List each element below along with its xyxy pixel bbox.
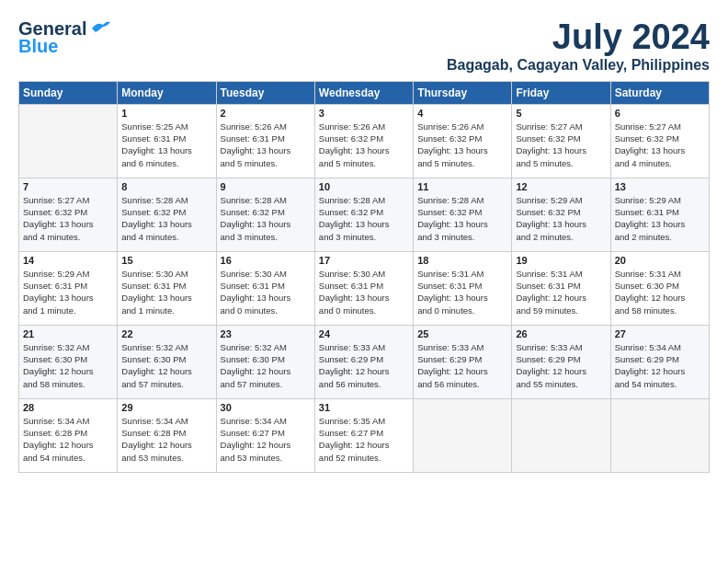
day-number: 24 <box>319 328 409 339</box>
calendar-cell: 14Sunrise: 5:29 AM Sunset: 6:31 PM Dayli… <box>19 251 118 325</box>
weekday-header: Saturday <box>610 81 709 104</box>
calendar-cell: 21Sunrise: 5:32 AM Sunset: 6:30 PM Dayli… <box>19 325 118 398</box>
calendar-cell <box>512 398 610 472</box>
calendar-cell: 17Sunrise: 5:30 AM Sunset: 6:31 PM Dayli… <box>314 251 413 325</box>
title-block: July 2024 Bagagab, Cagayan Valley, Phili… <box>447 18 710 74</box>
day-number: 23 <box>221 328 311 339</box>
day-number: 31 <box>319 402 409 413</box>
day-info: Sunrise: 5:29 AM Sunset: 6:31 PM Dayligh… <box>615 194 705 243</box>
day-info: Sunrise: 5:28 AM Sunset: 6:32 PM Dayligh… <box>221 194 311 243</box>
calendar-cell: 13Sunrise: 5:29 AM Sunset: 6:31 PM Dayli… <box>610 178 709 251</box>
day-number: 17 <box>319 255 409 266</box>
calendar-cell: 11Sunrise: 5:28 AM Sunset: 6:32 PM Dayli… <box>414 178 512 251</box>
calendar-cell: 22Sunrise: 5:32 AM Sunset: 6:30 PM Dayli… <box>118 325 216 398</box>
calendar-cell: 3Sunrise: 5:26 AM Sunset: 6:32 PM Daylig… <box>314 104 413 178</box>
day-number: 20 <box>615 255 705 266</box>
day-number: 9 <box>221 181 311 192</box>
day-info: Sunrise: 5:28 AM Sunset: 6:32 PM Dayligh… <box>121 194 211 243</box>
calendar-cell <box>19 104 118 178</box>
day-number: 28 <box>23 402 113 413</box>
calendar-cell: 15Sunrise: 5:30 AM Sunset: 6:31 PM Dayli… <box>118 251 216 325</box>
day-number: 14 <box>23 255 113 266</box>
weekday-header: Friday <box>512 81 610 104</box>
day-number: 3 <box>319 108 409 119</box>
calendar-cell: 2Sunrise: 5:26 AM Sunset: 6:31 PM Daylig… <box>216 104 314 178</box>
day-info: Sunrise: 5:26 AM Sunset: 6:32 PM Dayligh… <box>417 121 507 169</box>
day-info: Sunrise: 5:32 AM Sunset: 6:30 PM Dayligh… <box>121 341 211 390</box>
calendar-cell: 5Sunrise: 5:27 AM Sunset: 6:32 PM Daylig… <box>512 104 610 178</box>
day-info: Sunrise: 5:25 AM Sunset: 6:31 PM Dayligh… <box>121 121 211 169</box>
day-info: Sunrise: 5:31 AM Sunset: 6:30 PM Dayligh… <box>615 268 705 316</box>
day-info: Sunrise: 5:29 AM Sunset: 6:31 PM Dayligh… <box>23 268 113 316</box>
day-number: 4 <box>417 108 507 119</box>
calendar-cell: 9Sunrise: 5:28 AM Sunset: 6:32 PM Daylig… <box>216 178 314 251</box>
day-info: Sunrise: 5:32 AM Sunset: 6:30 PM Dayligh… <box>23 341 113 390</box>
calendar-cell: 8Sunrise: 5:28 AM Sunset: 6:32 PM Daylig… <box>118 178 216 251</box>
day-number: 27 <box>615 328 705 339</box>
weekday-header: Wednesday <box>314 81 413 104</box>
day-number: 25 <box>417 328 507 339</box>
calendar-cell: 31Sunrise: 5:35 AM Sunset: 6:27 PM Dayli… <box>314 398 413 472</box>
day-number: 12 <box>516 181 606 192</box>
location-title: Bagagab, Cagayan Valley, Philippines <box>447 57 710 74</box>
calendar-table: SundayMondayTuesdayWednesdayThursdayFrid… <box>18 81 710 473</box>
calendar-cell: 20Sunrise: 5:31 AM Sunset: 6:30 PM Dayli… <box>610 251 709 325</box>
day-info: Sunrise: 5:31 AM Sunset: 6:31 PM Dayligh… <box>417 268 507 316</box>
calendar-cell: 23Sunrise: 5:32 AM Sunset: 6:30 PM Dayli… <box>216 325 314 398</box>
day-number: 13 <box>615 181 705 192</box>
calendar-cell: 24Sunrise: 5:33 AM Sunset: 6:29 PM Dayli… <box>314 325 413 398</box>
calendar-cell: 6Sunrise: 5:27 AM Sunset: 6:32 PM Daylig… <box>610 104 709 178</box>
calendar-cell: 19Sunrise: 5:31 AM Sunset: 6:31 PM Dayli… <box>512 251 610 325</box>
day-info: Sunrise: 5:29 AM Sunset: 6:32 PM Dayligh… <box>516 194 606 243</box>
day-info: Sunrise: 5:31 AM Sunset: 6:31 PM Dayligh… <box>516 268 606 316</box>
calendar-cell: 26Sunrise: 5:33 AM Sunset: 6:29 PM Dayli… <box>512 325 610 398</box>
day-info: Sunrise: 5:34 AM Sunset: 6:29 PM Dayligh… <box>615 341 705 390</box>
day-info: Sunrise: 5:28 AM Sunset: 6:32 PM Dayligh… <box>319 194 409 243</box>
day-number: 16 <box>221 255 311 266</box>
calendar-cell: 1Sunrise: 5:25 AM Sunset: 6:31 PM Daylig… <box>118 104 216 178</box>
day-number: 7 <box>23 181 113 192</box>
day-info: Sunrise: 5:27 AM Sunset: 6:32 PM Dayligh… <box>23 194 113 243</box>
day-number: 1 <box>121 108 211 119</box>
day-number: 30 <box>221 402 311 413</box>
day-info: Sunrise: 5:27 AM Sunset: 6:32 PM Dayligh… <box>516 121 606 169</box>
day-info: Sunrise: 5:33 AM Sunset: 6:29 PM Dayligh… <box>417 341 507 390</box>
calendar-cell: 12Sunrise: 5:29 AM Sunset: 6:32 PM Dayli… <box>512 178 610 251</box>
calendar-cell <box>414 398 512 472</box>
day-info: Sunrise: 5:33 AM Sunset: 6:29 PM Dayligh… <box>516 341 606 390</box>
weekday-header: Tuesday <box>216 81 314 104</box>
calendar-cell: 30Sunrise: 5:34 AM Sunset: 6:27 PM Dayli… <box>216 398 314 472</box>
day-number: 18 <box>417 255 507 266</box>
day-info: Sunrise: 5:35 AM Sunset: 6:27 PM Dayligh… <box>319 415 409 464</box>
day-info: Sunrise: 5:26 AM Sunset: 6:32 PM Dayligh… <box>319 121 409 169</box>
day-number: 2 <box>221 108 311 119</box>
calendar-cell: 27Sunrise: 5:34 AM Sunset: 6:29 PM Dayli… <box>610 325 709 398</box>
day-number: 11 <box>417 181 507 192</box>
weekday-header: Monday <box>118 81 216 104</box>
month-title: July 2024 <box>447 18 710 57</box>
day-number: 6 <box>615 108 705 119</box>
day-number: 19 <box>516 255 606 266</box>
calendar-cell: 25Sunrise: 5:33 AM Sunset: 6:29 PM Dayli… <box>414 325 512 398</box>
calendar-cell: 28Sunrise: 5:34 AM Sunset: 6:28 PM Dayli… <box>19 398 118 472</box>
calendar-cell <box>610 398 709 472</box>
calendar-cell: 29Sunrise: 5:34 AM Sunset: 6:28 PM Dayli… <box>118 398 216 472</box>
weekday-header: Sunday <box>19 81 118 104</box>
day-info: Sunrise: 5:34 AM Sunset: 6:27 PM Dayligh… <box>221 415 311 464</box>
day-number: 22 <box>121 328 211 339</box>
day-info: Sunrise: 5:34 AM Sunset: 6:28 PM Dayligh… <box>23 415 113 464</box>
logo-blue: Blue <box>18 36 58 57</box>
day-info: Sunrise: 5:27 AM Sunset: 6:32 PM Dayligh… <box>615 121 705 169</box>
weekday-header: Thursday <box>414 81 512 104</box>
day-info: Sunrise: 5:33 AM Sunset: 6:29 PM Dayligh… <box>319 341 409 390</box>
logo: General Blue <box>18 18 110 57</box>
day-info: Sunrise: 5:30 AM Sunset: 6:31 PM Dayligh… <box>121 268 211 316</box>
day-number: 5 <box>516 108 606 119</box>
day-info: Sunrise: 5:28 AM Sunset: 6:32 PM Dayligh… <box>417 194 507 243</box>
calendar-cell: 10Sunrise: 5:28 AM Sunset: 6:32 PM Dayli… <box>314 178 413 251</box>
day-number: 15 <box>121 255 211 266</box>
day-number: 29 <box>121 402 211 413</box>
calendar-cell: 4Sunrise: 5:26 AM Sunset: 6:32 PM Daylig… <box>414 104 512 178</box>
page-header: General Blue July 2024 Bagagab, Cagayan … <box>18 18 710 74</box>
day-info: Sunrise: 5:30 AM Sunset: 6:31 PM Dayligh… <box>221 268 311 316</box>
